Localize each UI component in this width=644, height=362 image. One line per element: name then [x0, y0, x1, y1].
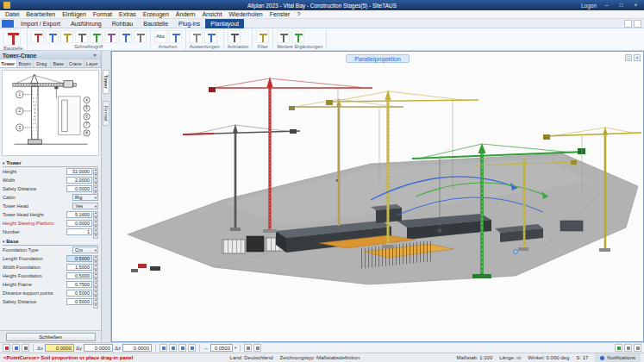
- crane-yellow-icon[interactable]: [60, 30, 73, 43]
- spinner-down-icon[interactable]: ▼: [93, 234, 98, 239]
- help-icon[interactable]: [634, 20, 641, 28]
- menu-item-item[interactable]: ?: [293, 10, 303, 19]
- crane-gray-icon[interactable]: [75, 30, 88, 43]
- pointer-icon[interactable]: [12, 344, 20, 352]
- field-distance-support-points[interactable]: 0.5000: [66, 290, 92, 296]
- ribbon-tab-baustelle[interactable]: Baustelle: [138, 19, 173, 28]
- ribbon-tab-import-export[interactable]: Import / Export: [16, 19, 66, 28]
- selection-point[interactable]: [514, 250, 518, 254]
- side-tab-format[interactable]: Format: [103, 101, 109, 126]
- field-tower-head[interactable]: Yes▾: [72, 203, 98, 209]
- filter-icon[interactable]: [256, 30, 269, 43]
- scene-svg[interactable]: [112, 52, 643, 341]
- snap-distance-input[interactable]: [210, 344, 233, 352]
- palette-tab-tower[interactable]: Tower: [0, 59, 17, 67]
- site-vehicles[interactable]: [131, 264, 160, 272]
- palette-close-icon[interactable]: ×: [91, 52, 98, 59]
- spinner[interactable]: ▲▼: [93, 272, 98, 279]
- field-height[interactable]: 32.0000: [66, 168, 92, 175]
- dy-input[interactable]: [84, 344, 113, 352]
- truck-icon[interactable]: [104, 30, 117, 43]
- menu-item-einf-gen[interactable]: Einfügen: [59, 10, 90, 19]
- spinner[interactable]: ▲▼: [93, 298, 98, 305]
- spinner[interactable]: ▲▼: [93, 211, 98, 218]
- crane-green-icon[interactable]: [90, 30, 103, 43]
- field-cabin[interactable]: Rig▾: [72, 194, 98, 201]
- spinner[interactable]: ▲▼: [93, 228, 98, 235]
- field-safety-distance[interactable]: 0.5000: [66, 298, 92, 305]
- camera-icon[interactable]: [228, 30, 241, 43]
- report-icon[interactable]: [190, 30, 203, 43]
- dx-input[interactable]: [45, 344, 74, 352]
- side-tab-tower[interactable]: Tower: [103, 70, 109, 94]
- application-menu-icon[interactable]: [2, 20, 14, 28]
- spinner[interactable]: ▲▼: [93, 185, 98, 192]
- maximize-button[interactable]: □: [616, 1, 626, 9]
- minimize-button[interactable]: –: [602, 1, 611, 9]
- abc-icon[interactable]: Abc: [154, 30, 167, 43]
- spinner[interactable]: ▲▼: [93, 255, 98, 262]
- spinner[interactable]: ▲▼: [93, 281, 98, 288]
- menu-item-extras[interactable]: Extras: [116, 10, 140, 19]
- palette-tab-layer[interactable]: Layer: [84, 59, 102, 67]
- notifications-button[interactable]: Notifications: [595, 353, 641, 362]
- viewport-close-icon[interactable]: ×: [634, 54, 641, 61]
- view-settings-icon[interactable]: [624, 344, 632, 352]
- grid-snap-icon[interactable]: [188, 344, 196, 352]
- excavator-icon[interactable]: [119, 30, 132, 43]
- close-palette-button[interactable]: Schließen: [6, 333, 96, 341]
- field-safety-distance[interactable]: 0.0000: [66, 185, 92, 192]
- status-drawing-type[interactable]: Zeichnungstyp: Maßstabsdefinition: [280, 355, 360, 360]
- site-crane-icon[interactable]: [3, 29, 21, 46]
- field-length-foundation[interactable]: 0.5000: [66, 255, 92, 262]
- section-header-base[interactable]: ▾Base: [3, 238, 98, 246]
- field-height-foundation[interactable]: 0.5000: [66, 272, 92, 279]
- viewport-restore-icon[interactable]: □: [625, 54, 632, 61]
- field-number[interactable]: 1: [66, 228, 92, 235]
- dz-input[interactable]: [122, 344, 152, 352]
- field-width[interactable]: 2.0000: [66, 177, 92, 184]
- palette-tab-base[interactable]: Base: [51, 59, 68, 67]
- layer-status-icon[interactable]: [615, 344, 622, 352]
- spinner[interactable]: ▲▼: [93, 220, 98, 227]
- zoom-settings-icon[interactable]: [634, 344, 641, 352]
- spinner-down-icon[interactable]: ▼: [93, 303, 98, 309]
- palette-tab-drag[interactable]: Drag: [34, 59, 51, 67]
- plus-icon[interactable]: [291, 30, 304, 43]
- field-foundation-type[interactable]: Cro▾: [72, 247, 98, 253]
- cancel-icon[interactable]: [3, 344, 10, 352]
- gear-icon[interactable]: [277, 30, 290, 43]
- table-icon[interactable]: [204, 30, 217, 43]
- palette-header[interactable]: Tower-Crane ×: [0, 51, 101, 59]
- spinner[interactable]: ▲▼: [93, 290, 98, 296]
- pencil-icon[interactable]: [22, 344, 29, 352]
- midpoint-snap-icon[interactable]: [169, 344, 177, 352]
- menu-item-format[interactable]: Format: [90, 10, 116, 19]
- menu-item-bearbeiten[interactable]: Bearbeiten: [22, 10, 59, 19]
- menu-item-ansicht[interactable]: Ansicht: [198, 10, 225, 19]
- point-snap-icon[interactable]: [159, 344, 167, 352]
- spinner[interactable]: ▲▼: [93, 168, 98, 175]
- ortho-icon[interactable]: [253, 344, 261, 352]
- container-icon[interactable]: [134, 30, 147, 43]
- field-width-foundation[interactable]: 1.5000: [66, 264, 92, 271]
- intersection-snap-icon[interactable]: [178, 344, 186, 352]
- crane-red-icon[interactable]: [31, 30, 44, 43]
- crane-blue-icon[interactable]: [46, 30, 59, 43]
- menu-item-datei[interactable]: Datei: [2, 10, 22, 19]
- ribbon-tab-ausf-hrung[interactable]: Ausführung: [66, 19, 107, 28]
- field-height-slewing-platform[interactable]: 0.0000: [66, 220, 92, 227]
- spinner[interactable]: ▲▼: [93, 177, 98, 184]
- snap-dropdown-icon[interactable]: ▾: [234, 346, 236, 350]
- palette-tab-crane[interactable]: Crane: [67, 59, 84, 67]
- logon-button[interactable]: Logon: [581, 3, 597, 9]
- viewport[interactable]: Parallelprojektion □ ×: [111, 51, 644, 342]
- close-button[interactable]: ×: [631, 1, 641, 9]
- menu-item-fenster[interactable]: Fenster: [266, 10, 294, 19]
- menu-item-ndern[interactable]: Ändern: [172, 10, 199, 19]
- track-line-icon[interactable]: [244, 344, 252, 352]
- ribbon-tab-planlayout[interactable]: Planlayout: [205, 19, 244, 28]
- spinner[interactable]: ▲▼: [93, 264, 98, 271]
- section-header-tower[interactable]: ▾Tower: [3, 159, 98, 167]
- ribbon-tab-plug-ins[interactable]: Plug-ins: [173, 19, 205, 28]
